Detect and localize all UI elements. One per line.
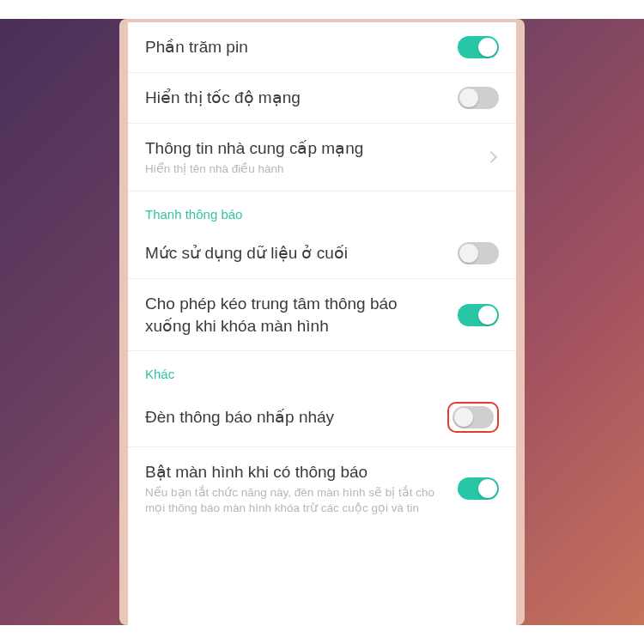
row-subtitle: Hiển thị tên nhà điều hành (145, 161, 475, 177)
toggle-led-blink[interactable] (453, 406, 494, 428)
toggle-battery-percent[interactable] (458, 36, 499, 58)
row-carrier-info[interactable]: Thông tin nhà cung cấp mạng Hiển thị tên… (128, 124, 516, 191)
row-title: Đèn thông báo nhấp nháy (145, 406, 435, 428)
row-title: Thông tin nhà cung cấp mạng (145, 137, 475, 160)
row-title: Mức sử dụng dữ liệu ở cuối (145, 242, 446, 264)
section-header-notification-bar: Thanh thông báo (128, 191, 516, 228)
row-pull-notif-lockscreen[interactable]: Cho phép kéo trung tâm thông báo xuống k… (128, 279, 516, 351)
highlight-annotation (447, 402, 499, 433)
settings-screen: Phần trăm pin Hiển thị tốc độ mạng Thông… (128, 22, 516, 625)
row-led-blink[interactable]: Đèn thông báo nhấp nháy (128, 388, 516, 447)
row-title: Bật màn hình khi có thông báo (145, 461, 446, 483)
toggle-network-speed[interactable] (458, 87, 499, 109)
toggle-pull-notif-lockscreen[interactable] (458, 304, 499, 326)
row-data-usage-end[interactable]: Mức sử dụng dữ liệu ở cuối (128, 228, 516, 279)
row-subtitle: Nếu bạn tắt chức năng này, đèn màn hình … (145, 485, 446, 516)
row-wake-on-notif[interactable]: Bật màn hình khi có thông báo Nếu bạn tắ… (128, 447, 516, 530)
toggle-wake-on-notif[interactable] (458, 477, 499, 500)
row-title: Cho phép kéo trung tâm thông báo xuống k… (145, 293, 446, 337)
row-title: Hiển thị tốc độ mạng (145, 87, 446, 109)
row-network-speed[interactable]: Hiển thị tốc độ mạng (128, 73, 516, 124)
section-header-other: Khác (128, 351, 516, 388)
row-battery-percent[interactable]: Phần trăm pin (128, 22, 516, 73)
phone-frame: Phần trăm pin Hiển thị tốc độ mạng Thông… (119, 19, 525, 625)
chevron-right-icon (485, 151, 497, 163)
toggle-data-usage-end[interactable] (458, 242, 499, 264)
row-title: Phần trăm pin (145, 36, 446, 58)
